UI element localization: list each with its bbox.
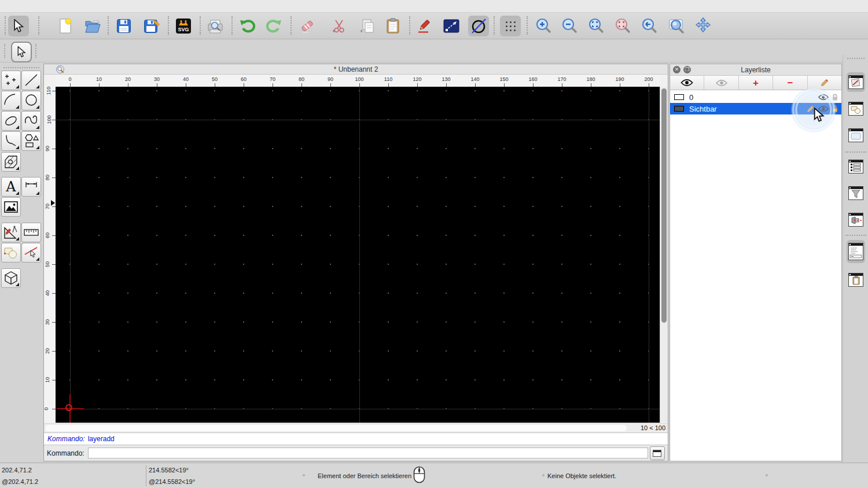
toolbar-handle[interactable] bbox=[4, 44, 5, 58]
add-layer-button[interactable]: + bbox=[739, 76, 773, 90]
ruler-tick: 140 bbox=[461, 75, 490, 87]
zoom-back-button[interactable] bbox=[639, 16, 660, 36]
zoom-auto-button[interactable] bbox=[586, 16, 606, 36]
copy-button[interactable]: + bbox=[356, 16, 377, 36]
command-prompt-label: Kommando: bbox=[47, 449, 84, 457]
image-tool-button[interactable] bbox=[1, 197, 21, 217]
layer-lock-icon[interactable] bbox=[832, 105, 838, 113]
zoom-auto-icon bbox=[588, 18, 604, 34]
cube-3d-icon bbox=[3, 270, 19, 286]
save-as-button[interactable] bbox=[141, 16, 162, 36]
dock-block-list-button[interactable] bbox=[847, 99, 865, 119]
palette-handle[interactable] bbox=[3, 67, 39, 68]
cut-button[interactable]: + bbox=[328, 16, 349, 36]
command-input[interactable] bbox=[88, 448, 648, 459]
dock-dimension-options-button[interactable] bbox=[847, 210, 865, 230]
print-preview-button[interactable] bbox=[205, 16, 226, 36]
image-icon bbox=[3, 200, 19, 214]
dimension-icon bbox=[24, 179, 39, 194]
save-button[interactable] bbox=[113, 16, 134, 36]
ruler-tick: 30 bbox=[44, 308, 56, 337]
draw-pencil-button[interactable] bbox=[414, 16, 435, 36]
pan-button[interactable] bbox=[693, 16, 713, 36]
statusbar-dot bbox=[542, 474, 545, 476]
coordinate-relative: @202.4,71.2 bbox=[2, 478, 38, 485]
tool-palette: A bbox=[0, 62, 43, 488]
zoom-out-button[interactable] bbox=[559, 16, 580, 36]
layer-lock-icon[interactable] bbox=[832, 93, 838, 101]
measure-tool-button[interactable] bbox=[21, 223, 41, 242]
ellipse-tool-button[interactable] bbox=[1, 111, 21, 131]
toolbar-handle[interactable] bbox=[35, 44, 36, 58]
arc-tool-button[interactable] bbox=[1, 91, 21, 110]
layer-color-swatch[interactable] bbox=[674, 94, 684, 100]
modify-tool-button[interactable] bbox=[1, 223, 21, 242]
select-entity-tool-button[interactable] bbox=[21, 243, 41, 263]
panel-dock bbox=[843, 55, 868, 488]
polyline-tool-button[interactable] bbox=[1, 131, 21, 151]
solid-3d-tool-button[interactable] bbox=[1, 268, 21, 288]
horizontal-scrollbar-thumb[interactable] bbox=[45, 425, 627, 431]
dock-library-browser-button[interactable] bbox=[847, 125, 865, 145]
svg-export-button[interactable]: SVG bbox=[173, 16, 194, 36]
layer-visible-icon[interactable] bbox=[818, 94, 829, 101]
dimension-tool-button[interactable] bbox=[21, 177, 41, 197]
coordinate-absolute: 202.4,71.2 bbox=[2, 467, 32, 474]
erase-button[interactable] bbox=[297, 16, 318, 36]
edit-layer-button[interactable] bbox=[808, 76, 841, 90]
layer-name: 0 bbox=[689, 93, 818, 102]
dock-property-list-button[interactable] bbox=[847, 157, 865, 176]
ruler-tick: 80 bbox=[44, 163, 56, 192]
hide-all-layers-button[interactable] bbox=[704, 76, 738, 90]
dock-clipboard-button[interactable] bbox=[847, 270, 865, 290]
points-tool-button[interactable] bbox=[1, 71, 21, 90]
layer-color-swatch[interactable] bbox=[674, 106, 684, 112]
redo-button[interactable] bbox=[263, 16, 284, 36]
toolbar-handle[interactable] bbox=[5, 16, 6, 35]
selection-arrow-button[interactable] bbox=[8, 16, 29, 36]
vertical-scrollbar[interactable] bbox=[660, 87, 668, 423]
zoom-previous-icon bbox=[615, 18, 631, 34]
grid-toggle-button[interactable] bbox=[500, 16, 521, 36]
line-icon bbox=[24, 73, 39, 88]
ruler-tick: 60 bbox=[229, 75, 258, 87]
toolbar-separator bbox=[409, 16, 410, 35]
blocks-tool-button[interactable] bbox=[1, 243, 21, 263]
dock-selection-filter-button[interactable] bbox=[847, 183, 865, 203]
circle-tool-button[interactable] bbox=[21, 91, 41, 110]
drawing-canvas[interactable] bbox=[56, 87, 660, 423]
dock-layer-list-button[interactable] bbox=[847, 72, 865, 92]
document-titlebar[interactable]: * Unbenannt 2 bbox=[44, 64, 668, 75]
line-tool-button[interactable] bbox=[21, 71, 41, 90]
hatch-tool-button[interactable] bbox=[1, 152, 21, 172]
svg-text:A: A bbox=[5, 179, 16, 194]
horizontal-scrollbar[interactable]: 10 < 100 bbox=[44, 423, 668, 432]
ruler-tick: 20 bbox=[44, 337, 56, 365]
spline-tool-button[interactable] bbox=[21, 111, 41, 131]
zoom-in-button[interactable] bbox=[533, 16, 554, 36]
grid-icon bbox=[503, 19, 518, 34]
selection-tool-button[interactable] bbox=[11, 42, 32, 62]
open-file-button[interactable] bbox=[82, 16, 103, 36]
circle-slash-button[interactable] bbox=[468, 16, 489, 36]
zoom-window-button[interactable] bbox=[666, 16, 687, 36]
dock-command-line-button[interactable] bbox=[847, 240, 865, 263]
show-all-layers-button[interactable] bbox=[670, 76, 704, 90]
eye-icon bbox=[681, 79, 693, 87]
points-icon bbox=[3, 73, 19, 88]
detach-command-button[interactable] bbox=[650, 446, 665, 460]
layer-list-panel-icon bbox=[848, 75, 863, 89]
layer-row[interactable]: 0 bbox=[670, 91, 841, 103]
undo-button[interactable] bbox=[237, 16, 258, 36]
open-folder-icon bbox=[84, 19, 101, 34]
line-tool-button[interactable] bbox=[441, 16, 462, 36]
shapes-tool-button[interactable] bbox=[21, 131, 41, 151]
new-document-button[interactable] bbox=[55, 16, 76, 36]
paste-button[interactable] bbox=[382, 16, 403, 36]
ruler-tick: 0 bbox=[56, 75, 84, 87]
vertical-scrollbar-thumb[interactable] bbox=[661, 88, 667, 323]
remove-layer-button[interactable]: − bbox=[773, 76, 807, 90]
zoom-previous-button[interactable] bbox=[612, 16, 633, 36]
text-tool-button[interactable]: A bbox=[1, 177, 21, 197]
dock-handle[interactable] bbox=[847, 58, 865, 59]
